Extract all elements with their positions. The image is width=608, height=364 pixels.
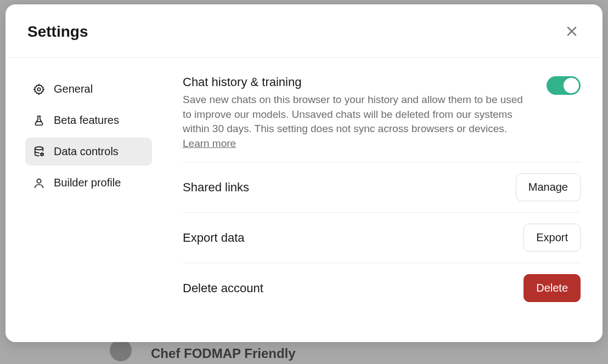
close-button[interactable] xyxy=(563,23,581,41)
person-icon xyxy=(33,177,45,189)
backdrop-avatar xyxy=(110,339,132,361)
modal-body: General Beta features xyxy=(5,58,603,342)
sidebar-item-beta-features[interactable]: Beta features xyxy=(25,106,152,134)
settings-content: Chat history & training Save new chats o… xyxy=(167,58,603,342)
flask-icon xyxy=(33,115,45,127)
setting-text-block: Chat history & training Save new chats o… xyxy=(183,75,533,151)
close-icon xyxy=(566,25,578,39)
database-gear-icon xyxy=(33,146,45,158)
svg-point-3 xyxy=(35,146,43,150)
delete-button[interactable]: Delete xyxy=(523,274,581,302)
sidebar-item-general[interactable]: General xyxy=(25,75,152,103)
chat-history-toggle[interactable] xyxy=(547,76,581,95)
backdrop-text: Chef FODMAP Friendly xyxy=(151,346,296,361)
modal-header: Settings xyxy=(5,4,603,58)
sidebar-item-label: Builder profile xyxy=(54,177,121,189)
modal-title: Settings xyxy=(27,23,88,41)
sidebar-item-label: Data controls xyxy=(54,145,119,158)
settings-sidebar: General Beta features xyxy=(5,58,167,342)
setting-delete-account: Delete account Delete xyxy=(183,263,581,313)
svg-point-5 xyxy=(37,179,41,183)
setting-title: Chat history & training xyxy=(183,75,533,89)
setting-description: Save new chats on this browser to your h… xyxy=(183,93,533,151)
learn-more-link[interactable]: Learn more xyxy=(183,138,236,149)
setting-text-block: Export data xyxy=(183,231,510,245)
settings-modal: Settings General xyxy=(5,4,603,342)
setting-export-data: Export data Export xyxy=(183,213,581,263)
sidebar-item-label: Beta features xyxy=(54,114,119,127)
sidebar-item-label: General xyxy=(54,83,93,95)
svg-point-2 xyxy=(37,88,41,91)
setting-text-block: Delete account xyxy=(183,281,510,295)
setting-title: Delete account xyxy=(183,281,510,295)
setting-chat-history: Chat history & training Save new chats o… xyxy=(183,75,581,162)
setting-description-text: Save new chats on this browser to your h… xyxy=(183,94,523,134)
setting-shared-links: Shared links Manage xyxy=(183,162,581,213)
setting-title: Shared links xyxy=(183,180,503,195)
toggle-knob xyxy=(564,78,579,93)
gear-icon xyxy=(33,83,45,95)
sidebar-item-data-controls[interactable]: Data controls xyxy=(25,138,152,166)
setting-text-block: Shared links xyxy=(183,180,503,195)
sidebar-item-builder-profile[interactable]: Builder profile xyxy=(25,169,152,197)
export-button[interactable]: Export xyxy=(523,224,581,252)
setting-title: Export data xyxy=(183,231,510,245)
manage-button[interactable]: Manage xyxy=(516,173,581,201)
